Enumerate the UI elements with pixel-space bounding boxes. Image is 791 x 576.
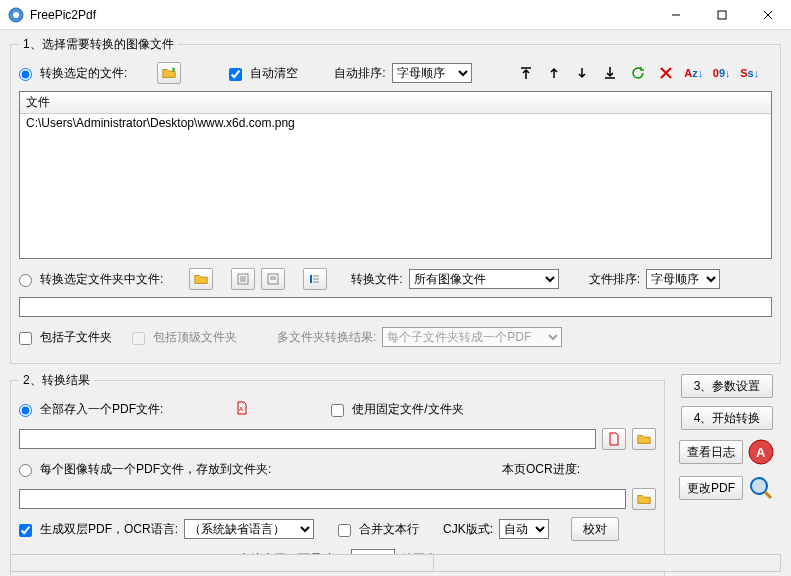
browse-folder-button[interactable] — [189, 268, 213, 290]
label-double-layer: 生成双层PDF，OCR语言: — [40, 521, 178, 538]
svg-line-21 — [765, 492, 771, 498]
sort-09-icon[interactable]: 09↓ — [710, 62, 734, 84]
select-ocr-lang[interactable]: （系统缺省语言） — [184, 519, 314, 539]
radio-convert-selected[interactable] — [19, 68, 32, 81]
refresh-icon[interactable] — [626, 62, 650, 84]
label-convert-files: 转换文件: — [351, 271, 402, 288]
open-file-button[interactable] — [157, 62, 181, 84]
checkbox-merge-text[interactable] — [338, 524, 351, 537]
checkbox-double-layer[interactable] — [19, 524, 32, 537]
app-icon — [8, 7, 24, 23]
start-button[interactable]: 4、开始转换 — [681, 406, 773, 430]
select-convert-files[interactable]: 所有图像文件 — [409, 269, 559, 289]
radio-each-pdf[interactable] — [19, 464, 32, 477]
svg-point-20 — [751, 478, 767, 494]
file-list[interactable]: 文件 C:\Users\Administrator\Desktop\www.x6… — [19, 91, 772, 259]
select-cjk[interactable]: 自动 — [499, 519, 549, 539]
label-multi-result: 多文件夹转换结果: — [277, 329, 376, 346]
delete-icon[interactable] — [654, 62, 678, 84]
label-ocr-progress: 本页OCR进度: — [502, 461, 580, 478]
radio-all-one-pdf[interactable] — [19, 404, 32, 417]
minimize-button[interactable] — [653, 0, 699, 30]
pdf-type-button[interactable] — [602, 428, 626, 450]
label-auto-clear: 自动清空 — [250, 65, 298, 82]
maximize-button[interactable] — [699, 0, 745, 30]
output-pdf-path[interactable] — [19, 429, 596, 449]
label-auto-sort: 自动排序: — [334, 65, 385, 82]
folder-path-input[interactable] — [19, 297, 772, 317]
checkbox-include-top — [132, 332, 145, 345]
group2-legend: 2、转换结果 — [19, 372, 94, 389]
select-multi-result: 每个子文件夹转成一个PDF — [382, 327, 562, 347]
sort-ss-icon[interactable]: Ss↓ — [738, 62, 762, 84]
svg-text:A: A — [239, 406, 243, 412]
titlebar: FreePic2Pdf — [0, 0, 791, 30]
label-convert-selected: 转换选定的文件: — [40, 65, 127, 82]
sort-az-icon[interactable]: Az↓ — [682, 62, 706, 84]
svg-point-1 — [13, 12, 19, 18]
checkbox-auto-clear[interactable] — [229, 68, 242, 81]
svg-rect-3 — [718, 11, 726, 19]
label-convert-folder: 转换选定文件夹中文件: — [40, 271, 163, 288]
move-up-icon[interactable] — [542, 62, 566, 84]
radio-convert-folder[interactable] — [19, 274, 32, 287]
params-button[interactable]: 3、参数设置 — [681, 374, 773, 398]
change-pdf-button[interactable]: 更改PDF — [679, 476, 743, 500]
browse-folder-output-button[interactable] — [632, 488, 656, 510]
label-file-sort: 文件排序: — [589, 271, 640, 288]
move-top-icon[interactable] — [514, 62, 538, 84]
side-column: 3、参数设置 4、开始转换 查看日志 A 更改PDF — [673, 372, 781, 502]
move-bottom-icon[interactable] — [598, 62, 622, 84]
label-fixed-path: 使用固定文件/文件夹 — [352, 401, 463, 418]
indent-button[interactable] — [303, 268, 327, 290]
output-folder-path[interactable] — [19, 489, 626, 509]
view-log-button[interactable]: 查看日志 — [679, 440, 743, 464]
browse-output-button[interactable] — [632, 428, 656, 450]
label-cjk: CJK版式: — [443, 521, 493, 538]
label-merge-text: 合并文本行 — [359, 521, 419, 538]
proof-button[interactable]: 校对 — [571, 517, 619, 541]
select-file-sort[interactable]: 字母顺序 — [646, 269, 720, 289]
move-down-icon[interactable] — [570, 62, 594, 84]
window-title: FreePic2Pdf — [30, 8, 653, 22]
svg-text:A: A — [756, 445, 766, 460]
select-auto-sort[interactable]: 字母顺序 — [392, 63, 472, 83]
pdf-a-icon[interactable]: A — [747, 438, 775, 466]
status-bar — [10, 554, 781, 572]
list-button-1[interactable] — [231, 268, 255, 290]
pdf-icon: A — [235, 401, 249, 418]
file-list-row[interactable]: C:\Users\Administrator\Desktop\www.x6d.c… — [26, 116, 765, 130]
file-list-header: 文件 — [20, 92, 771, 114]
label-include-top: 包括顶级文件夹 — [153, 329, 237, 346]
checkbox-fixed-path[interactable] — [331, 404, 344, 417]
magnify-icon[interactable] — [747, 474, 775, 502]
label-each: 每个图像转成一个PDF文件，存放到文件夹: — [40, 461, 271, 478]
group-result: 2、转换结果 全部存入一个PDF文件: A 使用固定文件/文件夹 每个图像转成一… — [10, 372, 665, 576]
group1-legend: 1、选择需要转换的图像文件 — [19, 36, 178, 53]
checkbox-include-sub[interactable] — [19, 332, 32, 345]
group-select-images: 1、选择需要转换的图像文件 转换选定的文件: 自动清空 自动排序: 字母顺序 — [10, 36, 781, 364]
label-include-sub: 包括子文件夹 — [40, 329, 112, 346]
close-button[interactable] — [745, 0, 791, 30]
list-button-2[interactable] — [261, 268, 285, 290]
label-all-one: 全部存入一个PDF文件: — [40, 401, 163, 418]
